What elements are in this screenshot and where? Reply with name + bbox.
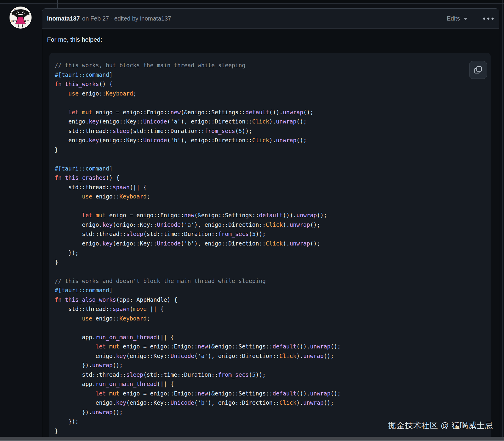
- code-line: use enigo::Keyboard;: [55, 192, 485, 201]
- code-line: [55, 154, 485, 164]
- code-line: }: [55, 145, 485, 155]
- watermark: 掘金技术社区 @ 猛喝威士忌: [388, 420, 493, 431]
- comment-card: inomata137 on Feb 27 · edited by inomata…: [42, 8, 499, 441]
- svg-text:はーは: はーは: [14, 8, 22, 12]
- code-line: std::thread::sleep(std::time::Duration::…: [55, 370, 485, 380]
- timeline-separator: [0, 3, 504, 4]
- code-line: [55, 267, 485, 276]
- comment-text: For me, this helped:: [47, 36, 494, 43]
- window-bottom-bar[interactable]: [0, 437, 504, 441]
- code-line: // this works and doesn't block the main…: [55, 276, 485, 286]
- previous-item-edge: [0, 0, 504, 3]
- code-line: app.run_on_main_thread(|| {: [55, 333, 485, 342]
- code-line: enigo.key(enigo::Key::Unicode('b'), enig…: [55, 398, 485, 408]
- code-line: enigo.key(enigo::Key::Unicode('a'), enig…: [55, 220, 485, 230]
- avatar-image: はーは はー はー: [10, 7, 32, 29]
- chevron-down-icon: [464, 18, 468, 20]
- code-line: app.run_on_main_thread(|| {: [55, 379, 485, 389]
- code-line: [55, 323, 485, 333]
- code-line: }).unwrap();: [55, 361, 485, 370]
- avatar[interactable]: はーは はー はー: [10, 7, 32, 29]
- code-content[interactable]: // this works, but blocks the main threa…: [55, 61, 485, 436]
- code-line: });: [55, 248, 485, 258]
- code-line: let mut enigo = enigo::Enigo::new(&enigo…: [55, 211, 485, 220]
- code-line: }: [55, 258, 485, 267]
- code-line: use enigo::Keyboard;: [55, 314, 485, 323]
- comment-header: inomata137 on Feb 27 · edited by inomata…: [42, 9, 499, 29]
- code-line: let mut enigo = enigo::Enigo::new(&enigo…: [55, 342, 485, 351]
- code-line: std::thread::sleep(std::time::Duration::…: [55, 126, 485, 136]
- code-line: [55, 201, 485, 211]
- code-line: #[tauri::command]: [55, 70, 485, 80]
- comment-timestamp: on Feb 27 · edited by inomata137: [82, 15, 171, 22]
- code-line: [55, 98, 485, 108]
- svg-text:はー: はー: [11, 19, 17, 22]
- code-line: use enigo::Keyboard;: [55, 89, 485, 98]
- kebab-menu-button[interactable]: [483, 16, 494, 21]
- code-line: let mut enigo = enigo::Enigo::new(&enigo…: [55, 108, 485, 117]
- code-block: // this works, but blocks the main threa…: [49, 53, 491, 441]
- svg-text:はー: はー: [24, 19, 29, 22]
- code-line: std::thread::spawn(move || {: [55, 304, 485, 314]
- code-line: fn this_also_works(app: AppHandle) {: [55, 295, 485, 305]
- code-line: // this works, but blocks the main threa…: [55, 61, 485, 70]
- comment-body: For me, this helped: // this works, but …: [42, 29, 499, 441]
- code-line: fn this_crashes() {: [55, 173, 485, 183]
- edits-label: Edits: [447, 15, 460, 22]
- code-line: enigo.key(enigo::Key::Unicode('b'), enig…: [55, 239, 485, 248]
- code-line: fn this_works() {: [55, 79, 485, 89]
- kebab-menu-icon: [483, 18, 485, 20]
- code-line: let mut enigo = enigo::Enigo::new(&enigo…: [55, 389, 485, 398]
- window-right-edge: [502, 0, 503, 441]
- code-line: enigo.key(enigo::Key::Unicode('b'), enig…: [55, 136, 485, 145]
- copy-icon: [474, 65, 483, 74]
- code-line: enigo.key(enigo::Key::Unicode('a'), enig…: [55, 351, 485, 361]
- code-line: #[tauri::command]: [55, 286, 485, 295]
- copy-code-button[interactable]: [469, 61, 487, 79]
- code-line: std::thread::sleep(std::time::Duration::…: [55, 229, 485, 239]
- thread-connector-line: [57, 0, 58, 8]
- code-line: #[tauri::command]: [55, 164, 485, 173]
- comment-author[interactable]: inomata137: [47, 15, 80, 22]
- code-line: enigo.key(enigo::Key::Unicode('a'), enig…: [55, 117, 485, 126]
- code-line: }).unwrap();: [55, 408, 485, 417]
- edits-dropdown-button[interactable]: Edits: [447, 15, 468, 22]
- code-line: std::thread::spawn(|| {: [55, 183, 485, 192]
